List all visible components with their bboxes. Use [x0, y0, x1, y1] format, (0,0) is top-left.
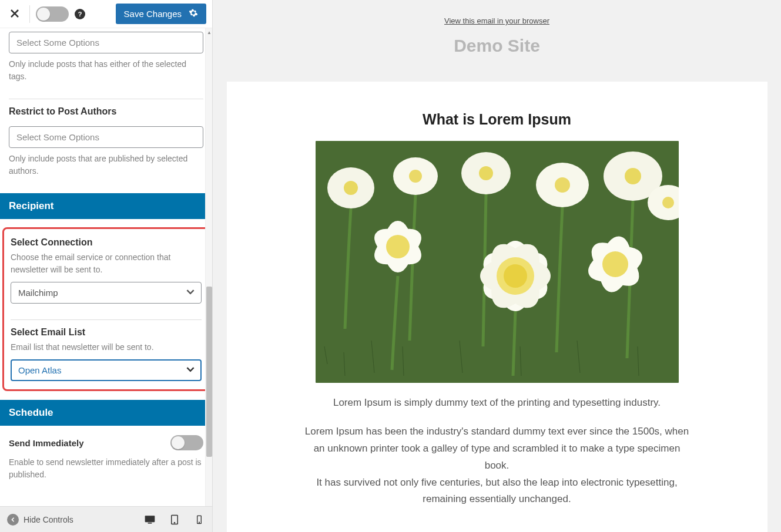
device-icons [144, 514, 205, 526]
authors-help: Only include posts that are published by… [9, 153, 203, 177]
authors-input[interactable] [9, 126, 203, 148]
svg-point-5 [199, 522, 199, 523]
send-immediately-toggle[interactable] [170, 435, 203, 450]
close-icon [10, 9, 19, 18]
article-para-1: Lorem Ipsum is simply dummy text of the … [303, 395, 691, 412]
svg-point-35 [504, 264, 527, 288]
svg-point-27 [662, 197, 674, 208]
toggle-knob [37, 8, 50, 21]
hide-controls-label: Hide Controls [24, 515, 73, 524]
mobile-icon[interactable] [193, 514, 205, 526]
customizer-sidebar: ? Save Changes Only include posts that h… [0, 0, 213, 532]
schedule-section-header: Schedule [0, 400, 212, 426]
svg-point-21 [479, 166, 493, 180]
svg-point-25 [625, 168, 641, 184]
para2-line2: It has survived not only five centuries,… [316, 477, 677, 505]
send-immediately-label: Send Immediately [9, 438, 84, 448]
scrollbar-track[interactable]: ▲ [205, 28, 212, 506]
tags-field: Only include posts that has either of th… [9, 28, 203, 90]
tablet-icon[interactable] [169, 514, 180, 526]
scroll-up-icon: ▲ [206, 28, 213, 36]
preview-pane: View this email in your browser Demo Sit… [213, 0, 781, 532]
svg-point-17 [344, 181, 358, 195]
send-immediately-row: Send Immediately [9, 426, 203, 454]
gear-icon [189, 8, 198, 19]
recipient-highlight: Select Connection Choose the email servi… [2, 227, 210, 391]
email-list-label: Select Email List [11, 327, 202, 338]
publish-toggle[interactable] [36, 6, 69, 22]
toggle-knob [172, 436, 185, 449]
view-in-browser-link[interactable]: View this email in your browser [444, 16, 549, 25]
connection-select[interactable]: Mailchimp [11, 282, 202, 304]
save-button-label: Save Changes [124, 9, 182, 19]
connection-label: Select Connection [11, 237, 202, 248]
close-button[interactable] [6, 5, 24, 23]
divider [29, 5, 30, 23]
scrollbar-thumb[interactable] [206, 287, 212, 457]
svg-point-43 [602, 251, 628, 277]
svg-rect-0 [145, 516, 155, 522]
svg-point-39 [386, 235, 410, 258]
svg-point-23 [555, 177, 570, 193]
tags-input[interactable] [9, 32, 203, 53]
article-para-2: Lorem Ipsum has been the industry's stan… [303, 423, 691, 508]
email-list-help: Email list that newsletter will be sent … [11, 341, 202, 353]
hide-controls-button[interactable]: Hide Controls [7, 514, 73, 526]
connection-help: Choose the email service or connection t… [11, 251, 202, 276]
para2-line1: Lorem Ipsum has been the industry's stan… [305, 426, 689, 471]
send-immediately-help: Enable to send newsletter immediately af… [9, 456, 203, 481]
email-content: What is Lorem Ipsum [227, 82, 767, 532]
email-list-field: Select Email List Email list that newsle… [11, 320, 202, 381]
save-button[interactable]: Save Changes [116, 4, 206, 24]
recipient-section-header: Recipient [0, 193, 212, 219]
article-image [316, 141, 679, 383]
bottom-bar: Hide Controls [0, 506, 212, 532]
top-toolbar: ? Save Changes [0, 0, 212, 28]
connection-field: Select Connection Choose the email servi… [11, 237, 202, 311]
svg-rect-1 [148, 523, 152, 524]
article-title: What is Lorem Ipsum [244, 111, 750, 128]
svg-point-19 [409, 170, 422, 183]
panel-scroll-area: Only include posts that has either of th… [0, 28, 212, 506]
help-icon[interactable]: ? [75, 9, 85, 19]
site-title: Demo Site [454, 36, 540, 56]
authors-field: Restrict to Post Authors Only include po… [9, 99, 203, 184]
collapse-icon [7, 514, 19, 526]
email-list-select[interactable]: Open Atlas [11, 359, 202, 381]
svg-point-3 [174, 522, 175, 523]
tags-help: Only include posts that has either of th… [9, 58, 203, 83]
desktop-icon[interactable] [144, 514, 156, 526]
authors-label: Restrict to Post Authors [9, 106, 203, 117]
